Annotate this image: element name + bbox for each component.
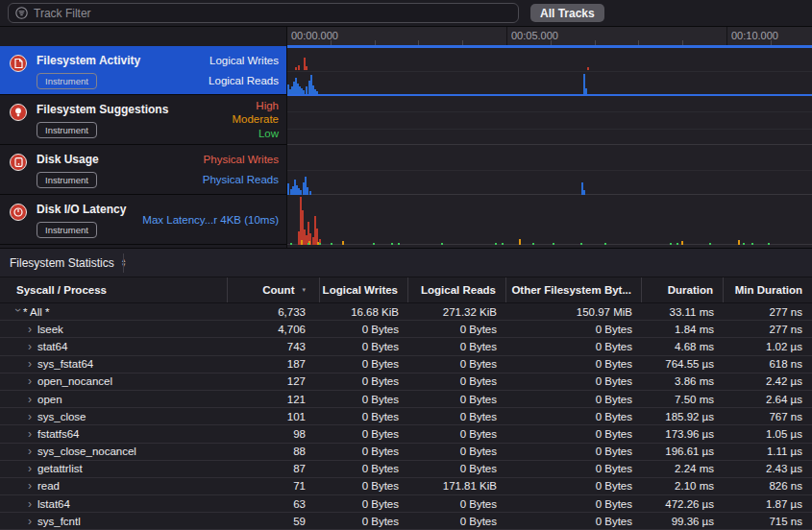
cell-logical-reads: 0 Bytes	[408, 375, 506, 387]
cell-count: 101	[228, 411, 320, 422]
table-row[interactable]: ›open1210 Bytes0 Bytes0 Bytes7.50 ms2.64…	[0, 391, 812, 408]
cell-count: 743	[228, 341, 320, 352]
disclosure-collapsed-icon[interactable]: ›	[28, 323, 37, 336]
cell-duration: 173.96 µs	[642, 428, 724, 440]
track-info: Disk I/O LatencyInstrument	[37, 195, 142, 244]
syscall-name: * All *	[23, 306, 50, 318]
column-header-label: Min Duration	[735, 284, 802, 296]
latency-low-spike	[495, 243, 497, 245]
column-header-logical-reads[interactable]: Logical Reads	[408, 277, 506, 302]
lane-label: Low	[258, 128, 279, 139]
column-header-syscall-process[interactable]: Syscall / Process	[0, 277, 228, 302]
lane-label: Logical Reads	[209, 75, 279, 86]
column-header-other-filesystem-byt-[interactable]: Other Filesystem Byt...	[506, 277, 642, 302]
timeline-ruler[interactable]: 00:00.00000:05.00000:10.000	[286, 27, 812, 46]
syscall-cell: ›open_nocancel	[0, 374, 228, 388]
cell-logical-reads: 0 Bytes	[408, 463, 506, 474]
instrument-badge: Instrument	[37, 172, 97, 188]
track-list-divider[interactable]	[286, 27, 287, 248]
disclosure-collapsed-icon[interactable]: ›	[28, 479, 37, 493]
cell-min-duration: 277 ns	[724, 324, 812, 335]
cell-duration: 7.50 ms	[642, 394, 724, 405]
track-row-filesystem-activity[interactable]: Filesystem ActivityInstrumentLogical Wri…	[0, 46, 286, 95]
cell-logical-reads: 0 Bytes	[408, 498, 506, 510]
disclosure-collapsed-icon[interactable]: ›	[28, 497, 37, 511]
cell-logical-writes: 16.68 KiB	[320, 306, 408, 318]
track-info: Disk UsageInstrument	[37, 145, 203, 194]
detail-panel-header: Filesystem Statistics ▲▼	[0, 249, 812, 277]
physical-reads-spike	[300, 190, 302, 195]
cell-other-filesystem-byt-: 0 Bytes	[506, 375, 642, 387]
cell-duration: 764.55 µs	[642, 358, 724, 370]
track-title: Filesystem Activity	[37, 54, 209, 67]
table-row[interactable]: ›sys_fstat641870 Bytes0 Bytes0 Bytes764.…	[0, 356, 812, 373]
cell-logical-reads: 0 Bytes	[408, 446, 506, 457]
disclosure-collapsed-icon[interactable]: ›	[28, 340, 37, 353]
disclosure-collapsed-icon[interactable]: ›	[28, 515, 37, 528]
track-icon-column	[0, 195, 37, 244]
track-graph-area[interactable]	[287, 46, 812, 248]
latency-low-spike	[709, 243, 711, 245]
physical-reads-spike	[287, 183, 289, 195]
track-lane-labels: Max Latency...r 4KB (10ms)	[142, 195, 286, 244]
statistics-selector[interactable]: Filesystem Statistics ▲▼	[10, 249, 127, 277]
column-header-logical-writes[interactable]: Logical Writes	[320, 277, 408, 302]
cell-logical-writes: 0 Bytes	[320, 498, 408, 510]
cell-logical-writes: 0 Bytes	[320, 480, 408, 492]
column-header-label: Logical Reads	[421, 284, 496, 296]
column-header-label: Duration	[668, 284, 713, 296]
disclosure-collapsed-icon[interactable]: ›	[28, 393, 37, 406]
disclosure-collapsed-icon[interactable]: ›	[28, 357, 37, 371]
syscall-name: sys_close_nocancel	[37, 446, 136, 457]
disclosure-collapsed-icon[interactable]: ›	[28, 410, 37, 423]
table-row[interactable]: ›stat647430 Bytes0 Bytes0 Bytes4.68 ms1.…	[0, 338, 812, 355]
disk-icon	[10, 154, 27, 171]
table-row[interactable]: ›sys_close_nocancel880 Bytes0 Bytes0 Byt…	[0, 444, 812, 461]
disclosure-collapsed-icon[interactable]: ›	[28, 462, 37, 475]
table-row[interactable]: ›sys_close1010 Bytes0 Bytes0 Bytes185.92…	[0, 408, 812, 425]
syscall-cell: ›open	[0, 393, 228, 406]
cell-logical-writes: 0 Bytes	[320, 428, 408, 440]
column-header-count[interactable]: Count▾	[228, 277, 320, 302]
cell-duration: 472.26 µs	[642, 498, 724, 510]
toolbar: Track Filter All Tracks	[0, 0, 812, 27]
column-header-duration[interactable]: Duration	[642, 277, 724, 302]
disclosure-collapsed-icon[interactable]: ›	[28, 445, 37, 458]
cell-logical-writes: 0 Bytes	[320, 446, 408, 457]
syscall-name: open	[37, 394, 62, 405]
disclosure-collapsed-icon[interactable]: ›	[28, 374, 37, 388]
latency-low-spike	[502, 243, 504, 245]
latency-moderate-spike	[681, 241, 683, 245]
table-row[interactable]: ›getattrlist870 Bytes0 Bytes0 Bytes2.24 …	[0, 461, 812, 478]
cell-min-duration: 1.05 µs	[724, 428, 812, 440]
cell-logical-writes: 0 Bytes	[320, 341, 408, 352]
syscall-name: fstatfs64	[37, 428, 79, 440]
graph-row-1[interactable]	[287, 95, 812, 145]
instrument-badge: Instrument	[37, 222, 97, 238]
table-header-row: Syscall / ProcessCount▾Logical WritesLog…	[0, 277, 812, 303]
cell-other-filesystem-byt-: 0 Bytes	[506, 463, 642, 474]
table-row[interactable]: ›lstat64630 Bytes0 Bytes0 Bytes472.26 µs…	[0, 495, 812, 513]
logical-writes-spike	[587, 67, 589, 70]
track-row-filesystem-suggestions[interactable]: Filesystem SuggestionsInstrumentHighMode…	[0, 95, 286, 145]
cell-count: 98	[228, 428, 320, 440]
all-tracks-button[interactable]: All Tracks	[530, 4, 604, 22]
cell-logical-reads: 0 Bytes	[408, 516, 506, 527]
table-row[interactable]: ›fstatfs64980 Bytes0 Bytes0 Bytes173.96 …	[0, 425, 812, 443]
table-row[interactable]: ›sys_fcntl590 Bytes0 Bytes0 Bytes99.36 µ…	[0, 513, 812, 530]
disclosure-expanded-icon[interactable]: ›	[12, 308, 25, 318]
column-header-min-duration[interactable]: Min Duration	[724, 277, 812, 302]
lane-label: Max Latency...r 4KB (10ms)	[142, 214, 279, 226]
table-row[interactable]: ›* All *6,73316.68 KiB271.32 KiB150.97 M…	[0, 303, 812, 321]
track-row-disk-usage[interactable]: Disk UsageInstrumentPhysical WritesPhysi…	[0, 145, 286, 195]
cell-logical-writes: 0 Bytes	[320, 463, 408, 474]
table-row[interactable]: ›read710 Bytes171.81 KiB0 Bytes2.10 ms82…	[0, 478, 812, 495]
table-row[interactable]: ›open_nocancel1270 Bytes0 Bytes0 Bytes3.…	[0, 373, 812, 391]
table-row[interactable]: ›lseek4,7060 Bytes0 Bytes0 Bytes1.84 ms2…	[0, 321, 812, 338]
cell-min-duration: 2.64 µs	[724, 394, 812, 405]
disclosure-collapsed-icon[interactable]: ›	[28, 427, 37, 441]
lightbulb-icon	[10, 104, 27, 121]
track-row-disk-i-o-latency[interactable]: Disk I/O LatencyInstrumentMax Latency...…	[0, 195, 286, 245]
graph-row-3[interactable]	[287, 195, 812, 245]
track-filter-input[interactable]: Track Filter	[8, 3, 519, 23]
